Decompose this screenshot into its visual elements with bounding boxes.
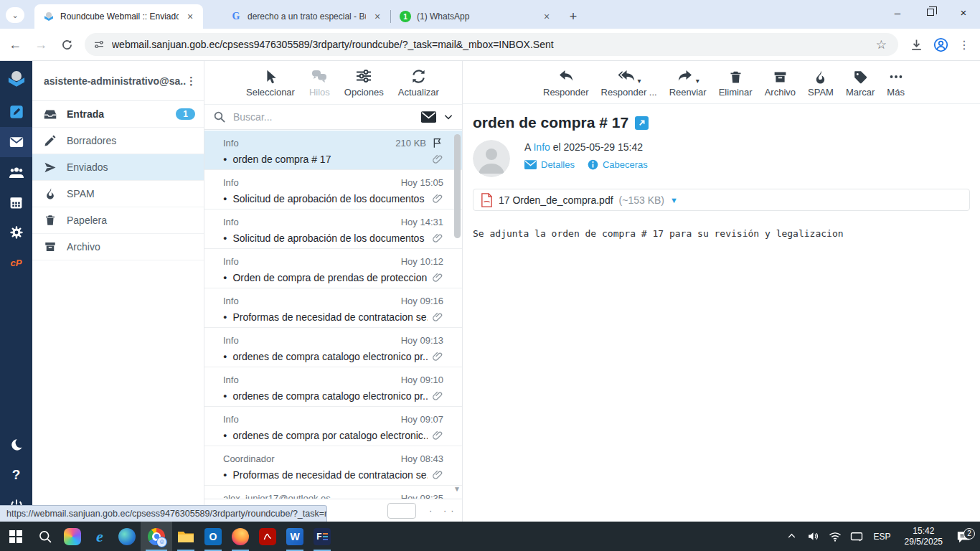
dropdown-caret-icon[interactable]: ▾ xyxy=(638,77,641,85)
minimize-button[interactable]: – xyxy=(881,0,914,24)
spam-button[interactable]: SPAM xyxy=(808,67,834,98)
folder-archivo[interactable]: Archivo xyxy=(32,234,204,260)
message-row[interactable]: alex_junior17@outlook.esHoy 08:35 xyxy=(204,486,462,499)
rail-settings-button[interactable] xyxy=(0,217,32,248)
rail-mail-button[interactable] xyxy=(0,127,32,157)
tray-expand-icon[interactable] xyxy=(783,532,801,541)
compose-button[interactable] xyxy=(0,97,32,127)
reply-button[interactable]: Responder xyxy=(543,67,589,98)
site-info-icon[interactable] xyxy=(93,39,105,50)
delete-button[interactable]: Eliminar xyxy=(719,67,753,98)
tab-roundcube[interactable]: Roundcube Webmail :: Enviados × xyxy=(34,4,203,29)
recipient-link[interactable]: Info xyxy=(533,141,550,153)
message-row[interactable]: InfoHoy 09:16 ●Proformas de necesidad de… xyxy=(204,288,462,328)
taskbar-clock[interactable]: 15:42 29/5/2025 xyxy=(899,526,948,547)
back-button[interactable]: ← xyxy=(4,34,26,55)
forward-button[interactable]: ▾ Reenviar xyxy=(669,67,707,98)
message-row[interactable]: InfoHoy 10:12 ●Orden de compra de prenda… xyxy=(204,249,462,288)
taskbar-outlook-button[interactable]: O xyxy=(199,522,227,551)
taskbar-firefox-button[interactable] xyxy=(227,522,254,551)
reply-all-button[interactable]: ▾ Responder ... xyxy=(601,67,657,98)
folder-papelera[interactable]: Papelera xyxy=(32,207,204,234)
taskbar-edge-button[interactable] xyxy=(113,522,141,551)
folder-enviados[interactable]: Enviados xyxy=(32,154,204,181)
taskbar-acrobat-button[interactable] xyxy=(254,522,281,551)
cpanel-icon[interactable]: cP xyxy=(0,248,32,278)
tab-close-icon[interactable]: × xyxy=(541,11,552,22)
tab-search-button[interactable]: ⌄ xyxy=(6,7,24,23)
dark-mode-icon[interactable] xyxy=(0,430,32,460)
attachment-name[interactable]: 17 Orden_de_compra.pdf xyxy=(499,194,613,206)
browser-menu-icon[interactable]: ⋮ xyxy=(958,38,970,52)
taskbar-chrome-button[interactable]: ☺ xyxy=(141,522,172,551)
scroll-down-arrow-icon[interactable]: ▼ xyxy=(453,485,461,493)
chevron-down-icon[interactable] xyxy=(443,112,453,122)
message-row[interactable]: InfoHoy 15:05 ●Solicitud de aprobación d… xyxy=(204,170,462,209)
options-button[interactable]: Opciones xyxy=(344,67,384,98)
reload-button[interactable] xyxy=(56,34,77,55)
language-indicator[interactable]: ESP xyxy=(869,532,896,542)
help-icon[interactable]: ? xyxy=(0,460,32,490)
message-row[interactable]: InfoHoy 09:07 ●ordenes de compra por cat… xyxy=(204,407,462,446)
tab-close-icon[interactable]: × xyxy=(184,11,196,22)
taskbar-erp-app-button[interactable]: F xyxy=(308,522,336,551)
bookmark-star-icon[interactable]: ☆ xyxy=(873,37,890,52)
message-row[interactable]: CoordinadorHoy 08:43 ●Proformas de neces… xyxy=(204,446,462,486)
more-button[interactable]: Más xyxy=(887,67,905,98)
threads-button[interactable]: Hilos xyxy=(309,67,330,98)
page-number-input[interactable] xyxy=(387,503,416,519)
archive-button[interactable]: Archivo xyxy=(765,67,796,98)
unread-dot: ● xyxy=(223,471,227,479)
rail-calendar-button[interactable] xyxy=(0,187,32,217)
list-scrollbar[interactable] xyxy=(454,134,461,238)
taskbar-copilot-button[interactable] xyxy=(59,522,86,551)
downloads-icon[interactable] xyxy=(910,38,923,52)
forward-button[interactable]: → xyxy=(30,34,52,55)
rail-contacts-button[interactable] xyxy=(0,157,32,187)
tab-whatsapp[interactable]: 1 (1) WhatsApp × xyxy=(391,4,560,29)
acrobat-icon xyxy=(259,528,276,545)
profile-avatar-icon[interactable] xyxy=(933,37,948,52)
attachment-menu-caret-icon[interactable]: ▼ xyxy=(670,196,678,204)
mark-button[interactable]: Marcar xyxy=(846,67,875,98)
folder-spam[interactable]: SPAM xyxy=(32,181,204,207)
taskbar-word-button[interactable]: W xyxy=(281,522,308,551)
folder-entrada[interactable]: Entrada 1 xyxy=(32,101,204,128)
volume-icon[interactable] xyxy=(804,530,823,542)
details-toggle[interactable]: Detalles xyxy=(524,159,575,170)
address-bar[interactable]: webmail.sanjuan.gob.ec/cpsess9476305589/… xyxy=(85,33,898,56)
trash-icon xyxy=(44,214,57,227)
attachment-row[interactable]: 17 Orden_de_compra.pdf (~153 KB) ▼ xyxy=(473,189,970,211)
refresh-button[interactable]: Actualizar xyxy=(398,67,439,98)
pagination-arrows[interactable]: · ·· xyxy=(429,505,458,516)
close-button[interactable]: × xyxy=(947,0,980,24)
dropdown-caret-icon[interactable]: ▾ xyxy=(696,77,699,85)
tab-close-icon[interactable]: × xyxy=(372,11,383,22)
notification-center-button[interactable]: 2 xyxy=(951,531,976,542)
attachment-icon xyxy=(432,390,443,402)
taskbar-explorer-button[interactable] xyxy=(172,522,199,551)
taskbar-ie-button[interactable]: e xyxy=(86,522,113,551)
browser-window: ⌄ Roundcube Webmail :: Enviados × G dere… xyxy=(0,0,980,551)
select-button[interactable]: Seleccionar xyxy=(246,67,295,98)
restore-button[interactable] xyxy=(914,0,947,24)
message-row[interactable]: InfoHoy 09:13 ●ordenes de compra catalog… xyxy=(204,328,462,367)
account-menu-icon[interactable]: ⋮ xyxy=(186,75,197,88)
new-tab-button[interactable]: + xyxy=(564,7,583,26)
message-row[interactable]: InfoHoy 14:31 ●Solicitud de aprobación d… xyxy=(204,209,462,249)
start-button[interactable] xyxy=(0,522,32,551)
headers-toggle[interactable]: Cabeceras xyxy=(588,159,648,170)
message-sender: Info xyxy=(223,296,395,306)
flag-icon[interactable] xyxy=(432,137,443,149)
folder-borradores[interactable]: Borradores xyxy=(32,128,204,154)
pdf-file-icon xyxy=(481,193,493,207)
taskbar-search-button[interactable] xyxy=(32,522,59,551)
search-input[interactable] xyxy=(233,111,414,123)
message-row[interactable]: InfoHoy 09:10 ●ordenes de compra catalog… xyxy=(204,367,462,407)
message-row-selected[interactable]: Info210 KB ●orden de compra # 17 xyxy=(204,131,462,170)
connect-display-icon[interactable] xyxy=(847,531,866,542)
tab-google-search[interactable]: G derecho a un trato especial - Bu × xyxy=(222,4,390,29)
search-scope-mail-icon[interactable] xyxy=(421,111,436,123)
open-in-new-window-icon[interactable] xyxy=(635,116,649,130)
wifi-icon[interactable] xyxy=(826,530,844,543)
